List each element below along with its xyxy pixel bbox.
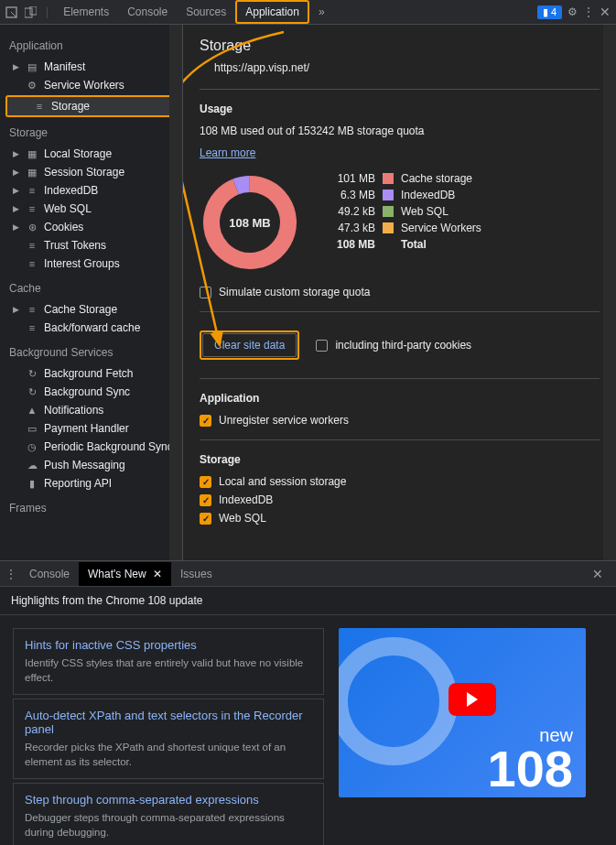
storage-check-indexeddb[interactable]: IndexedDB — [200, 493, 600, 506]
checkbox-icon — [200, 513, 211, 525]
checkbox-icon — [200, 494, 211, 506]
close-icon[interactable]: ✕ — [600, 5, 611, 19]
cloud-icon: ☁ — [26, 460, 38, 471]
sidebar-item-service-workers[interactable]: ⚙Service Workers — [0, 76, 182, 94]
sidebar-item-manifest[interactable]: ▶▤Manifest — [0, 58, 182, 76]
hint-card[interactable]: Auto-detect XPath and text selectors in … — [13, 699, 324, 779]
sidebar-item-storage[interactable]: ≡Storage — [7, 97, 175, 115]
more-icon[interactable]: ⋮ — [583, 5, 594, 18]
caret-icon: ▶ — [13, 168, 20, 177]
caret-icon: ▶ — [13, 305, 20, 314]
storage-check-web-sql[interactable]: Web SQL — [200, 512, 600, 525]
sidebar-item-periodic-background-sync[interactable]: ◷Periodic Background Sync — [0, 438, 182, 456]
unregister-sw-checkbox[interactable]: Unregister service workers — [200, 414, 600, 427]
toolbar-tab-application[interactable]: Application — [235, 0, 309, 24]
device-icon[interactable] — [25, 6, 37, 18]
hint-desc: Debugger steps through comma-separated e… — [25, 810, 312, 840]
sidebar-item-label: Payment Handler — [44, 422, 129, 435]
checkbox-icon — [200, 287, 211, 298]
whats-new-video[interactable]: new 108 — [339, 628, 586, 797]
sidebar-item-background-sync[interactable]: ↻Background Sync — [0, 383, 182, 401]
hint-title: Step through comma-separated expressions — [25, 793, 312, 807]
sidebar-item-payment-handler[interactable]: ▭Payment Handler — [0, 419, 182, 438]
origin-url: https://app.visp.net/ — [200, 61, 600, 74]
play-icon — [448, 683, 496, 716]
checkbox-icon — [200, 415, 211, 427]
hint-desc: Recorder picks the XPath and shortest un… — [25, 740, 312, 769]
sidebar-item-label: Background Fetch — [44, 367, 133, 380]
sidebar-item-label: Cache Storage — [44, 303, 117, 316]
third-party-checkbox[interactable]: including third-party cookies — [316, 339, 471, 352]
caret-icon: ▶ — [13, 149, 20, 158]
legend-row: 47.3 kBService Workers — [328, 222, 481, 234]
hint-title: Auto-detect XPath and text selectors in … — [25, 709, 312, 736]
sidebar-item-label: Session Storage — [44, 166, 124, 179]
usage-heading: Usage — [200, 103, 600, 115]
drawer-tab-issues[interactable]: Issues — [171, 562, 222, 586]
sidebar-item-session-storage[interactable]: ▶▦Session Storage — [0, 163, 182, 181]
sidebar-section-storage: Storage — [0, 121, 182, 145]
grid-icon: ▦ — [26, 148, 38, 160]
settings-icon[interactable]: ⚙ — [567, 5, 578, 18]
hint-desc: Identify CSS styles that are entirely va… — [25, 655, 312, 685]
db-icon: ≡ — [26, 240, 38, 251]
drawer-tab-what-s-new[interactable]: What's New ✕ — [79, 562, 171, 586]
drawer-close-icon[interactable]: ✕ — [585, 563, 611, 585]
sidebar-item-label: Back/forward cache — [44, 321, 140, 334]
toolbar-tab-console[interactable]: Console — [118, 0, 177, 24]
clear-site-data-button[interactable]: Clear site data — [202, 333, 297, 357]
sidebar-item-interest-groups[interactable]: ≡Interest Groups — [0, 255, 182, 273]
sidebar-item-web-sql[interactable]: ▶≡Web SQL — [0, 200, 182, 218]
legend-row: 6.3 MBIndexedDB — [328, 189, 481, 201]
sidebar-item-background-fetch[interactable]: ↻Background Fetch — [0, 364, 182, 383]
sidebar-item-back-forward-cache[interactable]: ≡Back/forward cache — [0, 319, 182, 337]
hint-card[interactable]: Step through comma-separated expressions… — [13, 783, 324, 845]
sidebar-item-notifications[interactable]: ▲Notifications — [0, 401, 182, 419]
caret-icon: ▶ — [13, 62, 20, 71]
learn-more-link[interactable]: Learn more — [200, 146, 255, 159]
db-icon: ≡ — [26, 203, 38, 214]
storage-check-local-and-session-storage[interactable]: Local and session storage — [200, 475, 600, 488]
usage-legend: 101 MBCache storage6.3 MBIndexedDB49.2 k… — [328, 172, 481, 251]
donut-total: 108 MB — [200, 172, 300, 273]
sidebar-item-label: Service Workers — [44, 79, 124, 92]
sidebar-item-label: Storage — [51, 100, 90, 113]
hint-title: Hints for inactive CSS properties — [25, 638, 312, 652]
issues-badge[interactable]: ▮ 4 — [537, 5, 562, 19]
sidebar-item-trust-tokens[interactable]: ≡Trust Tokens — [0, 236, 182, 255]
sync-icon: ↻ — [26, 386, 38, 398]
sidebar-item-cache-storage[interactable]: ▶≡Cache Storage — [0, 300, 182, 319]
scrollbar[interactable] — [169, 25, 182, 560]
toolbar-tab-elements[interactable]: Elements — [54, 0, 118, 24]
sidebar-item-push-messaging[interactable]: ☁Push Messaging — [0, 456, 182, 474]
sidebar-item-local-storage[interactable]: ▶▦Local Storage — [0, 145, 182, 163]
application-heading: Application — [200, 392, 600, 405]
page-title: Storage — [200, 38, 600, 54]
sidebar-item-label: Manifest — [44, 60, 85, 73]
legend-row: 49.2 kBWeb SQL — [328, 205, 481, 218]
sidebar-item-cookies[interactable]: ▶⊛Cookies — [0, 218, 182, 236]
sidebar-section-frames: Frames — [0, 496, 182, 520]
toolbar-overflow[interactable]: » — [309, 0, 334, 24]
caret-icon: ▶ — [13, 204, 20, 213]
hint-card[interactable]: Hints for inactive CSS propertiesIdentif… — [13, 628, 324, 695]
db-icon: ≡ — [26, 258, 38, 269]
gear-icon: ⚙ — [26, 80, 38, 92]
caret-icon: ▶ — [13, 186, 20, 195]
sidebar-item-label: Cookies — [44, 221, 83, 233]
inspect-icon[interactable] — [5, 6, 17, 18]
sidebar-item-label: Notifications — [44, 404, 103, 417]
drawer-tab-console[interactable]: Console — [20, 562, 79, 586]
checkbox-icon — [316, 340, 328, 352]
cookie-icon: ⊛ — [26, 222, 38, 233]
toolbar-tab-sources[interactable]: Sources — [177, 0, 235, 24]
usage-donut-chart: 108 MB — [200, 172, 300, 273]
sidebar: Application▶▤Manifest⚙Service Workers≡St… — [0, 25, 183, 560]
grid-icon: ▦ — [26, 167, 38, 179]
sidebar-item-indexeddb[interactable]: ▶≡IndexedDB — [0, 181, 182, 200]
sidebar-item-reporting-api[interactable]: ▮Reporting API — [0, 474, 182, 493]
sidebar-item-label: Push Messaging — [44, 459, 125, 471]
simulate-quota-checkbox[interactable]: Simulate custom storage quota — [200, 286, 600, 298]
scrollbar[interactable] — [603, 25, 616, 560]
drawer-more-icon[interactable]: ⋮ — [5, 568, 16, 580]
